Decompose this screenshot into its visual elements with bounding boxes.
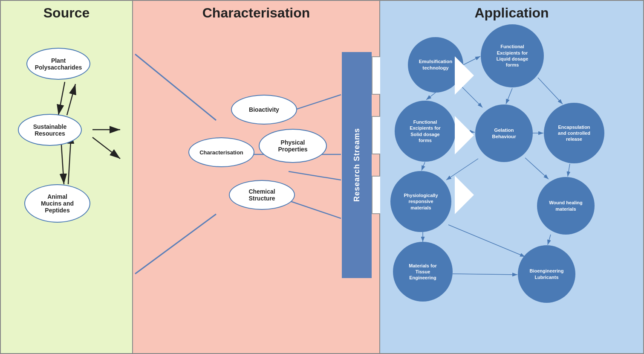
node-physical: PhysicalProperties — [259, 129, 327, 163]
svg-line-24 — [568, 164, 570, 177]
node-materials-tissue: Materials forTissueEngineering — [393, 242, 453, 302]
research-streams-bar: Research Streams — [342, 52, 372, 278]
node-physiologically: Physiologicallyresponsivematerials — [390, 171, 451, 232]
main-container: Source Plant Polysaccharides — [0, 0, 644, 354]
node-chemical: ChemicalStructure — [229, 180, 295, 210]
node-characterisation: Characterisation — [188, 137, 254, 167]
node-functional-liquid: FunctionalExcipients forLiquid dosagefor… — [481, 24, 544, 87]
svg-line-2 — [58, 82, 65, 115]
svg-line-6 — [92, 137, 120, 159]
app-title: Application — [474, 5, 549, 21]
svg-line-15 — [426, 93, 436, 100]
svg-line-17 — [506, 88, 512, 104]
node-gelation: GelationBehaviour — [475, 104, 533, 162]
svg-line-1 — [67, 84, 75, 115]
char-title: Characterisation — [202, 5, 310, 21]
svg-line-26 — [448, 225, 525, 257]
node-encapsulation: Encapsulationand controlledrelease — [544, 103, 604, 163]
app-panel: Application — [380, 1, 643, 353]
node-plant: Plant Polysaccharides — [26, 48, 90, 80]
node-functional-solid: FunctionalExcipients forSolid dosageform… — [395, 101, 456, 162]
svg-line-9 — [135, 214, 216, 274]
node-wound-healing: Wound healingmaterials — [537, 177, 595, 235]
source-title: Source — [43, 5, 90, 21]
node-sustainable: Sustainable Resources — [18, 114, 82, 146]
node-animal: Animal Mucins and Peptides — [24, 184, 90, 223]
svg-line-20 — [422, 162, 425, 171]
research-streams-label: Research Streams — [352, 128, 361, 202]
svg-line-13 — [284, 199, 341, 218]
svg-line-23 — [525, 158, 549, 179]
svg-line-18 — [538, 78, 563, 104]
node-bioactivity: Bioactivity — [231, 95, 297, 125]
svg-line-28 — [453, 274, 517, 275]
char-panel: Characterisation Bioactivity Characteris… — [133, 1, 380, 353]
node-bioengineering: BioengineeringLubricants — [518, 245, 575, 303]
svg-line-27 — [548, 235, 551, 245]
source-panel: Source Plant Polysaccharides — [1, 1, 133, 353]
svg-line-8 — [135, 54, 216, 120]
svg-line-12 — [289, 171, 341, 180]
